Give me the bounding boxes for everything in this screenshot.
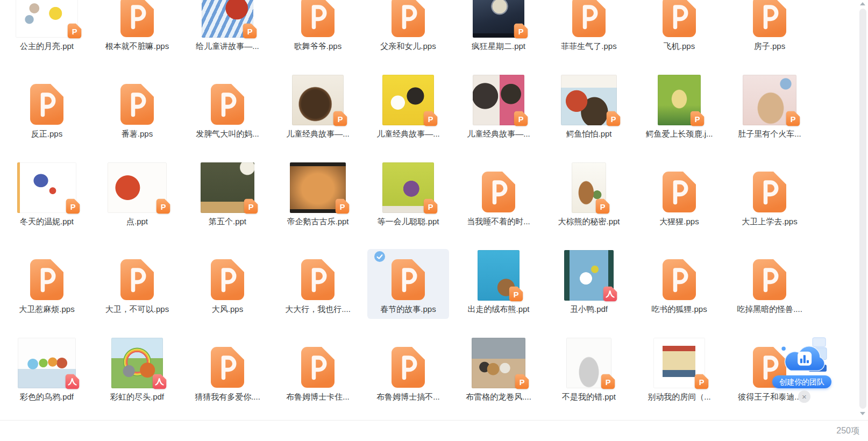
file-item[interactable]: P 冬天的温妮.ppt — [6, 161, 88, 249]
svg-text:P: P — [699, 378, 704, 387]
file-card: 大卫，不可以.pps — [96, 249, 178, 319]
file-name: 丑小鸭.pdf — [548, 304, 630, 315]
file-item[interactable]: 根本就不脏嘛.pps — [96, 0, 178, 74]
file-item[interactable]: 布鲁姆博士卡住... — [277, 337, 359, 419]
file-item[interactable]: P 别动我的房间（... — [638, 337, 720, 419]
file-item[interactable]: 歌舞爷爷.pps — [277, 0, 359, 74]
svg-text:P: P — [610, 115, 616, 124]
file-card: P 疯狂星期二.ppt — [458, 0, 539, 56]
file-item[interactable]: P 公主的月亮.ppt — [6, 0, 88, 74]
file-thumbnail: P — [478, 250, 520, 301]
thumb-area: P — [187, 0, 268, 38]
file-item[interactable]: P 儿童经典故事—... — [367, 74, 449, 161]
file-item[interactable]: P 给儿童讲故事—... — [187, 0, 268, 74]
file-item[interactable]: P 布雷格的龙卷风.... — [458, 337, 539, 419]
thumb-area — [187, 249, 268, 301]
file-item[interactable]: P 第五个.ppt — [187, 161, 268, 249]
file-item[interactable]: 大大行，我也行.... — [277, 249, 359, 337]
file-thumbnail: P — [743, 75, 796, 125]
file-item[interactable]: 大卫上学去.pps — [729, 161, 810, 249]
ppt-file-icon — [752, 0, 787, 38]
scrollbar-thumb[interactable] — [859, 9, 866, 409]
file-item[interactable]: P 疯狂星期二.ppt — [458, 0, 539, 74]
scroll-down-arrow-icon[interactable] — [860, 412, 865, 415]
file-item[interactable]: 反正.pps — [6, 74, 88, 161]
ppt-file-icon — [662, 0, 696, 38]
svg-text:P: P — [513, 290, 518, 299]
thumb-area — [548, 249, 630, 301]
file-item[interactable]: 房子.pps — [729, 0, 810, 74]
thumb-area: P — [6, 161, 88, 213]
file-item[interactable]: 春节的故事.pps — [367, 249, 449, 337]
file-thumbnail: P — [292, 75, 344, 125]
team-promo[interactable]: 创建你的团队 — [770, 322, 840, 392]
selected-check-icon[interactable] — [374, 251, 385, 262]
file-item[interactable]: P 大棕熊的秘密.ppt — [548, 161, 630, 249]
ppt-badge-icon: P — [66, 198, 80, 214]
file-name: 等一会儿聪聪.ppt — [367, 216, 449, 227]
file-name: 冬天的温妮.ppt — [6, 216, 88, 227]
file-name: 儿童经典故事—... — [367, 129, 449, 139]
file-item[interactable]: 飞机.pps — [638, 0, 720, 74]
file-card: P 布雷格的龙卷风.... — [458, 337, 539, 407]
file-item[interactable]: 菲菲生气了.pps — [548, 0, 630, 74]
file-name: 春节的故事.pps — [367, 304, 449, 315]
ppt-badge-icon: P — [786, 111, 800, 126]
create-team-button[interactable]: 创建你的团队 — [772, 375, 831, 388]
ppt-badge-icon: P — [423, 198, 438, 214]
file-name: 不是我的错.ppt — [548, 392, 630, 402]
file-item[interactable]: 父亲和女儿.pps — [367, 0, 449, 74]
promo-close-button[interactable]: × — [798, 390, 810, 403]
file-card: P 给儿童讲故事—... — [187, 0, 268, 56]
ppt-file-icon — [301, 259, 335, 301]
file-card: 飞机.pps — [638, 0, 720, 56]
scroll-up-arrow-icon[interactable] — [860, 2, 865, 5]
svg-text:P: P — [790, 115, 795, 124]
file-card: P 点.ppt — [96, 161, 178, 231]
file-item[interactable]: 大风.pps — [187, 249, 268, 337]
file-item[interactable]: P 等一会儿聪聪.ppt — [367, 161, 449, 249]
ppt-file-icon — [301, 346, 335, 388]
file-thumbnail: P — [653, 338, 705, 388]
file-item[interactable]: 发脾气大叫的妈... — [187, 74, 268, 161]
file-card: 菲菲生气了.pps — [548, 0, 630, 56]
file-item[interactable]: P 儿童经典故事—... — [277, 74, 359, 161]
pdf-badge-icon — [65, 374, 80, 389]
file-item[interactable]: P 鳄鱼怕怕.ppt — [548, 74, 630, 161]
ppt-badge-icon: P — [694, 374, 709, 389]
file-item[interactable]: 大卫，不可以.pps — [96, 249, 178, 337]
ppt-file-icon — [662, 171, 696, 213]
file-item[interactable]: P 出走的绒布熊.ppt — [458, 249, 539, 337]
file-item[interactable]: 大猩猩.pps — [638, 161, 720, 249]
file-name: 根本就不脏嘛.pps — [96, 41, 178, 52]
file-item[interactable]: 猜猜我有多爱你.... — [187, 337, 268, 419]
file-item[interactable]: 当我睡不着的时... — [458, 161, 539, 249]
thumb-area: P — [548, 161, 630, 213]
ppt-file-icon — [391, 346, 425, 388]
file-name: 父亲和女儿.pps — [367, 41, 449, 52]
file-card: 大猩猩.pps — [638, 161, 720, 231]
file-item[interactable]: 布鲁姆博士搞不... — [367, 337, 449, 419]
file-item[interactable]: P 肚子里有个火车... — [729, 74, 810, 161]
file-item[interactable]: P 儿童经典故事—... — [458, 74, 539, 161]
file-thumbnail: P — [658, 75, 701, 125]
pdf-badge-icon — [603, 286, 617, 302]
file-card: 猜猜我有多爱你.... — [187, 337, 268, 407]
thumb-area: P — [548, 74, 630, 125]
file-item[interactable]: P 帝企鹅古古乐.ppt — [277, 161, 359, 249]
file-item[interactable]: 吃书的狐狸.pps — [638, 249, 720, 337]
file-item[interactable]: P 点.ppt — [96, 161, 178, 249]
file-item[interactable]: P 鳄鱼爱上长颈鹿.j... — [638, 74, 720, 161]
file-item[interactable]: 彩虹的尽头.pdf — [96, 337, 178, 419]
file-item[interactable]: 番薯.pps — [96, 74, 178, 161]
thumb-area: P — [638, 337, 720, 388]
file-item[interactable]: 彩色的乌鸦.pdf — [6, 337, 88, 419]
file-name: 房子.pps — [729, 41, 810, 52]
thumb-area — [277, 249, 359, 301]
file-item[interactable]: P 不是我的错.ppt — [548, 337, 630, 419]
thumb-area — [96, 0, 178, 38]
file-item[interactable]: 大卫惹麻烦.pps — [6, 249, 88, 337]
thumb-area: P — [458, 337, 539, 388]
file-item[interactable]: 丑小鸭.pdf — [548, 249, 630, 337]
svg-text:P: P — [70, 202, 75, 211]
